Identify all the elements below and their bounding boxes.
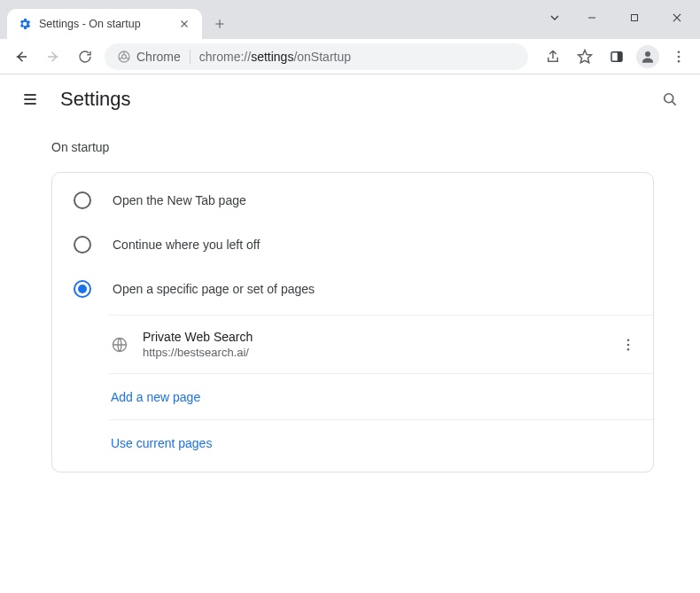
hamburger-menu-icon[interactable] — [19, 89, 41, 110]
link-label: Use current pages — [111, 436, 212, 450]
svg-point-6 — [678, 51, 681, 53]
svg-rect-4 — [618, 51, 623, 61]
forward-button[interactable] — [41, 44, 66, 69]
kebab-menu-icon[interactable] — [666, 44, 691, 69]
add-new-page-button[interactable]: Add a new page — [109, 374, 653, 420]
gear-icon — [18, 17, 32, 31]
startup-page-url: https://bestsearch.ai/ — [143, 346, 603, 359]
window-controls — [541, 0, 696, 35]
radio-icon — [74, 280, 91, 298]
browser-tab[interactable]: Settings - On startup — [7, 9, 202, 39]
option-label: Continue where you left off — [113, 238, 260, 252]
startup-page-item: Private Web Search https://bestsearch.ai… — [109, 316, 653, 374]
chrome-chip: Chrome — [117, 50, 191, 64]
page-info: Private Web Search https://bestsearch.ai… — [143, 330, 603, 359]
option-continue[interactable]: Continue where you left off — [52, 222, 653, 267]
omnibox-chip-label: Chrome — [136, 50, 181, 64]
settings-content: On startup Open the New Tab page Continu… — [0, 124, 700, 472]
reload-button[interactable] — [73, 44, 97, 69]
svg-rect-0 — [632, 15, 638, 21]
new-tab-button[interactable] — [207, 12, 232, 36]
svg-point-12 — [627, 343, 630, 346]
svg-point-13 — [627, 347, 630, 350]
option-specific-pages[interactable]: Open a specific page or set of pages — [52, 267, 653, 311]
svg-point-2 — [122, 54, 127, 59]
toolbar-right — [535, 44, 691, 69]
option-label: Open the New Tab page — [113, 193, 246, 207]
minimize-button[interactable] — [572, 4, 611, 31]
close-tab-icon[interactable] — [177, 17, 191, 31]
side-panel-icon[interactable] — [604, 44, 629, 69]
page-more-icon[interactable] — [618, 334, 639, 355]
tab-title: Settings - On startup — [39, 18, 170, 30]
section-title: On startup — [51, 140, 675, 154]
svg-point-11 — [627, 339, 630, 341]
option-label: Open a specific page or set of pages — [113, 282, 315, 296]
close-window-button[interactable] — [657, 4, 696, 31]
back-button[interactable] — [9, 44, 34, 69]
page-title: Settings — [60, 88, 131, 111]
profile-avatar[interactable] — [636, 45, 659, 68]
radio-icon — [74, 236, 91, 254]
bookmark-icon[interactable] — [572, 44, 597, 69]
startup-page-title: Private Web Search — [143, 330, 603, 344]
radio-icon — [74, 191, 91, 209]
omnibox-url: chrome://settings/onStartup — [199, 50, 351, 64]
startup-pages-list: Private Web Search https://bestsearch.ai… — [109, 315, 653, 466]
svg-point-7 — [678, 55, 681, 58]
browser-toolbar: Chrome chrome://settings/onStartup — [0, 39, 700, 74]
share-icon[interactable] — [541, 44, 565, 69]
link-label: Add a new page — [111, 390, 200, 404]
startup-options-card: Open the New Tab page Continue where you… — [51, 172, 654, 472]
svg-point-9 — [665, 94, 673, 103]
maximize-button[interactable] — [615, 4, 654, 31]
address-bar[interactable]: Chrome chrome://settings/onStartup — [105, 43, 528, 70]
settings-header: Settings — [0, 74, 700, 124]
use-current-pages-button[interactable]: Use current pages — [109, 420, 653, 466]
svg-point-8 — [678, 59, 681, 62]
browser-titlebar: Settings - On startup — [0, 0, 700, 39]
search-settings-icon[interactable] — [659, 89, 681, 110]
tabs-dropdown-icon[interactable] — [541, 4, 569, 31]
globe-icon — [111, 336, 128, 354]
option-new-tab[interactable]: Open the New Tab page — [52, 178, 653, 222]
svg-point-5 — [645, 51, 650, 57]
